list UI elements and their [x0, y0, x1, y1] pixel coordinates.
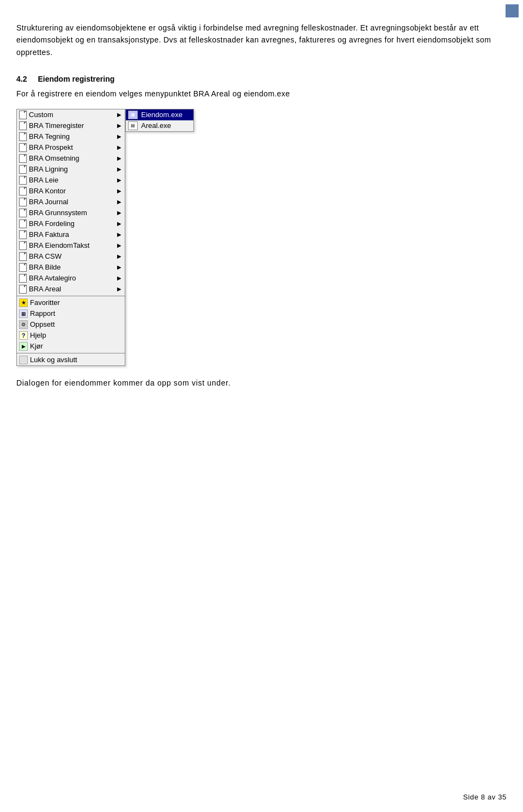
- menu-item[interactable]: BRA Avtalegiro▶: [17, 273, 125, 284]
- menu-item[interactable]: BRA Timeregister▶: [17, 120, 125, 131]
- menu-arrow-icon: ▶: [117, 275, 121, 281]
- blue-square-decoration: [506, 4, 519, 17]
- menu-item[interactable]: BRA Omsetning▶: [17, 153, 125, 164]
- submenu-item[interactable]: ▦Eiendom.exe: [126, 109, 193, 120]
- menu-item[interactable]: BRA CSW▶: [17, 251, 125, 262]
- menu-item-label: BRA Timeregister: [29, 121, 84, 130]
- menu-item-label: BRA Areal: [29, 285, 61, 293]
- menu-item[interactable]: BRA Faktura▶: [17, 229, 125, 240]
- menu-item[interactable]: ⚙Oppsett: [17, 319, 125, 330]
- submenu-item-label: Eiendom.exe: [141, 111, 183, 119]
- menu-item-label: Kjør: [30, 342, 43, 350]
- menu-item-label: BRA CSW: [29, 252, 62, 260]
- menu-separator: [17, 296, 125, 296]
- menu-item-label: BRA Avtalegiro: [29, 274, 76, 282]
- menu-item-icon: [19, 263, 27, 272]
- menu-item[interactable]: BRA Grunnsystem▶: [17, 207, 125, 218]
- paragraph-1: Strukturering av eiendomsobjektene er og…: [16, 22, 507, 58]
- menu-item-icon: [19, 198, 27, 206]
- menu-item[interactable]: BRA Areal▶: [17, 284, 125, 295]
- menu-item-icon: [19, 241, 27, 250]
- menu-item[interactable]: ★Favoritter: [17, 297, 125, 308]
- menu-item-label: BRA Journal: [29, 198, 68, 206]
- menu-item-icon: [19, 209, 27, 217]
- menu-item[interactable]: Lukk og avslutt: [17, 355, 125, 365]
- page-footer: Side 8 av 35: [463, 793, 507, 801]
- menu-item-icon: ?: [19, 331, 28, 340]
- menu-item[interactable]: ▶Kjør: [17, 341, 125, 352]
- menu-item-icon: ⚙: [19, 320, 28, 329]
- menu-item-label: BRA Prospekt: [29, 143, 73, 151]
- menu-item-icon: [19, 187, 27, 196]
- menu-arrow-icon: ▶: [117, 221, 121, 227]
- menu-item-label: Oppsett: [30, 320, 55, 328]
- submenu-item-label: Areal.exe: [141, 121, 171, 130]
- menu-item-label: Lukk og avslutt: [30, 356, 77, 364]
- menu-item-icon: [19, 165, 27, 174]
- menu-arrow-icon: ▶: [117, 199, 121, 205]
- menu-item[interactable]: BRA Kontor▶: [17, 186, 125, 197]
- menu-item-label: Custom: [29, 111, 53, 119]
- menu-item[interactable]: BRA EiendomTakst▶: [17, 240, 125, 251]
- menu-item[interactable]: Custom▶: [17, 109, 125, 120]
- main-menu[interactable]: Custom▶BRA Timeregister▶BRA Tegning▶BRA …: [16, 109, 125, 366]
- menu-item-label: BRA Leie: [29, 176, 58, 184]
- menu-item-label: Hjelp: [30, 331, 46, 339]
- menu-item-label: BRA Ligning: [29, 165, 68, 173]
- menu-item-icon: [19, 230, 27, 239]
- menu-arrow-icon: ▶: [117, 188, 121, 194]
- menu-arrow-icon: ▶: [117, 123, 121, 129]
- menu-arrow-icon: ▶: [117, 286, 121, 292]
- menu-item[interactable]: BRA Fordeling▶: [17, 218, 125, 229]
- submenu-item-icon: ▦: [128, 111, 138, 119]
- menu-item-label: BRA Kontor: [29, 187, 66, 195]
- menu-item-icon: ★: [19, 298, 28, 307]
- menu-item-icon: ▦: [19, 309, 28, 318]
- menu-item-icon: [19, 121, 27, 130]
- menu-arrow-icon: ▶: [117, 177, 121, 183]
- menu-item-icon: [19, 176, 27, 185]
- menu-arrow-icon: ▶: [117, 264, 121, 270]
- menu-item-icon: [19, 132, 27, 141]
- menu-item-label: Favoritter: [30, 298, 60, 307]
- menu-item-label: BRA Omsetning: [29, 154, 80, 162]
- menu-arrow-icon: ▶: [117, 242, 121, 248]
- menu-item[interactable]: ▦Rapport: [17, 308, 125, 319]
- menu-arrow-icon: ▶: [117, 133, 121, 139]
- menu-arrow-icon: ▶: [117, 253, 121, 259]
- menu-item[interactable]: BRA Bilde▶: [17, 262, 125, 273]
- menu-item-icon: [19, 252, 27, 261]
- section-number: 4.2: [16, 75, 27, 83]
- menu-area: Custom▶BRA Timeregister▶BRA Tegning▶BRA …: [16, 109, 507, 366]
- submenu-item[interactable]: ▤Areal.exe: [126, 120, 193, 131]
- menu-item-label: BRA Faktura: [29, 230, 69, 239]
- submenu-item-icon: ▤: [128, 121, 138, 130]
- menu-item[interactable]: BRA Prospekt▶: [17, 142, 125, 153]
- menu-item[interactable]: ?Hjelp: [17, 330, 125, 341]
- menu-arrow-icon: ▶: [117, 231, 121, 237]
- menu-item[interactable]: BRA Ligning▶: [17, 164, 125, 175]
- section-body: For å registrere en eiendom velges menyp…: [16, 88, 507, 100]
- menu-item-icon: [19, 285, 27, 294]
- menu-item-label: BRA Fordeling: [29, 219, 75, 228]
- menu-item-icon: ▶: [19, 342, 28, 351]
- menu-item-icon: [19, 154, 27, 163]
- menu-arrow-icon: ▶: [117, 144, 121, 150]
- menu-item-label: BRA EiendomTakst: [29, 241, 89, 249]
- menu-item-icon: [19, 111, 27, 119]
- menu-item-icon: [19, 274, 27, 283]
- section-heading: 4.2 Eiendom registrering: [16, 75, 507, 83]
- menu-separator: [17, 353, 125, 353]
- section-title: Eiendom registrering: [38, 75, 114, 83]
- menu-item-label: BRA Bilde: [29, 263, 61, 271]
- menu-item[interactable]: BRA Tegning▶: [17, 131, 125, 142]
- menu-item-label: BRA Grunnsystem: [29, 209, 87, 217]
- menu-item-label: Rapport: [30, 309, 55, 318]
- bottom-text: Dialogen for eiendommer kommer da opp so…: [16, 377, 507, 389]
- menu-item[interactable]: BRA Leie▶: [17, 175, 125, 186]
- menu-item-label: BRA Tegning: [29, 132, 70, 141]
- menu-item-icon: [19, 143, 27, 152]
- menu-arrow-icon: ▶: [117, 155, 121, 161]
- submenu[interactable]: ▦Eiendom.exe▤Areal.exe: [125, 109, 194, 132]
- menu-item[interactable]: BRA Journal▶: [17, 197, 125, 207]
